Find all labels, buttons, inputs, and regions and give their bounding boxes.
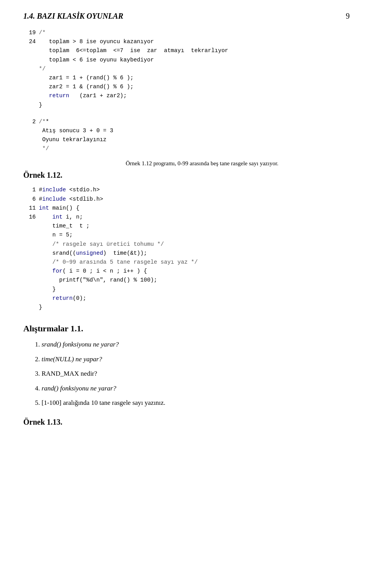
line-number: 1 (23, 186, 36, 194)
code-line: toplam 6<=toplam <=7 ise zar atmayı tekr… (39, 46, 350, 55)
example-heading: Örnek 1.12. (23, 171, 350, 180)
figure-caption: Örnek 1.12 programı, 0-99 arasında beş t… (54, 160, 350, 167)
exercise-text: [1-100] aralığında 10 tane rasgele sayı … (42, 399, 166, 406)
exercise-item: 4. rand() fonksiyonu ne yarar? (35, 383, 350, 394)
first-code-block: 1924 /* toplam > 8 ise oyuncu kazanıyor … (23, 28, 350, 110)
exercise-text: RAND_MAX nedir? (42, 370, 97, 377)
code-line: return (zar1 + zar2); (39, 91, 350, 100)
code-line: n = 5; (39, 231, 350, 240)
code-line: return(0); (39, 294, 350, 303)
line-number: 19 (23, 28, 36, 37)
comment-block: 2 /** Atış sonucu 3 + 0 = 3 Oyunu tekrar… (23, 117, 350, 154)
code-line: toplam > 8 ise oyuncu kazanıyor (39, 37, 350, 46)
code-line: /* rasgele sayı üretici tohumu */ (39, 240, 350, 249)
code-line: */ (39, 144, 350, 153)
line-number: 24 (23, 37, 36, 46)
code-line: srand((unsigned) time(&t)); (39, 249, 350, 258)
code-line: } (39, 101, 350, 110)
line-number: 2 (23, 117, 36, 126)
code-line: /** (39, 117, 350, 126)
exercise-text: srand() fonksiyonu ne yarar? (42, 341, 119, 348)
code-line: toplam < 6 ise oyunu kaybediyor (39, 56, 350, 65)
code-line: */ (39, 65, 350, 74)
line-numbers-gutter: 1924 (23, 28, 39, 110)
code-line: #include <stdlib.h> (39, 195, 350, 204)
second-code-gutter: 161116 (23, 186, 39, 312)
exercise-text: time(NULL) ne yapar? (42, 355, 102, 363)
exercises-heading: Alıştırmalar 1.1. (23, 324, 350, 334)
page-number: 9 (346, 12, 350, 21)
code-line: /* (39, 28, 350, 37)
code-line: } (39, 303, 350, 312)
second-code-block: 161116 #include <stdio.h>#include <stdli… (23, 186, 350, 312)
code-line: time_t t ; (39, 222, 350, 231)
next-example-heading: Örnek 1.13. (23, 418, 350, 427)
exercise-text: rand() fonksiyonu ne yarar? (42, 385, 116, 392)
code-line: for( i = 0 ; i < n ; i++ ) { (39, 267, 350, 276)
line-number: 6 (23, 195, 36, 204)
code-line: int main() { (39, 204, 350, 213)
line-number: 16 (23, 213, 36, 222)
code-line: Oyunu tekrarlayınız (39, 135, 350, 144)
code-line: zar1 = 1 + (rand() % 6 ); (39, 74, 350, 82)
exercise-list: 1. srand() fonksiyonu ne yarar?2. time(N… (35, 340, 350, 408)
exercise-item: 1. srand() fonksiyonu ne yarar? (35, 340, 350, 350)
code-line: Atış sonucu 3 + 0 = 3 (39, 126, 350, 135)
code-line: int i, n; (39, 213, 350, 222)
exercise-item: 2. time(NULL) ne yapar? (35, 354, 350, 364)
exercise-item: 3. RAND_MAX nedir? (35, 369, 350, 379)
code-line: printf("%d\n", rand() % 100); (39, 276, 350, 285)
comment-gutter: 2 (23, 117, 39, 154)
chapter-title: 1.4. BAZI KLASİK OYUNLAR (23, 12, 123, 21)
code-line: /* 0−99 arasında 5 tane rasgele sayı yaz… (39, 258, 350, 267)
second-code-content: #include <stdio.h>#include <stdlib.h>int… (39, 186, 350, 312)
code-line: } (39, 285, 350, 294)
code-line: #include <stdio.h> (39, 186, 350, 194)
exercise-item: 5. [1-100] aralığında 10 tane rasgele sa… (35, 398, 350, 408)
code-line: zar2 = 1 & (rand() % 6 ); (39, 82, 350, 91)
comment-content: /** Atış sonucu 3 + 0 = 3 Oyunu tekrarla… (39, 117, 350, 154)
line-number: 11 (23, 204, 36, 213)
page-header: 1.4. BAZI KLASİK OYUNLAR 9 (23, 12, 350, 21)
first-code-content: /* toplam > 8 ise oyuncu kazanıyor topla… (39, 28, 350, 110)
